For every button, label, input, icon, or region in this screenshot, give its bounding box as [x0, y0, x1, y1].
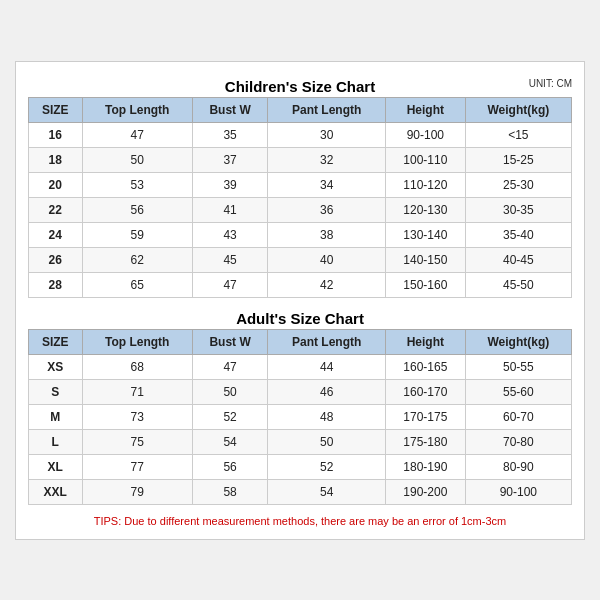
children-col-bust-w: Bust W	[192, 97, 268, 122]
table-row: 26624540140-15040-45	[29, 247, 572, 272]
table-row: XS684744160-16550-55	[29, 354, 572, 379]
table-row: 18503732100-11015-25	[29, 147, 572, 172]
adults-size-table: SIZE Top Length Bust W Pant Length Heigh…	[28, 329, 572, 505]
unit-label: UNIT: CM	[529, 78, 572, 89]
children-header-row: SIZE Top Length Bust W Pant Length Heigh…	[29, 97, 572, 122]
adults-col-pant-length: Pant Length	[268, 329, 386, 354]
adults-col-weight: Weight(kg)	[465, 329, 571, 354]
table-row: XL775652180-19080-90	[29, 454, 572, 479]
table-row: 28654742150-16045-50	[29, 272, 572, 297]
table-row: M735248170-17560-70	[29, 404, 572, 429]
table-row: XXL795854190-20090-100	[29, 479, 572, 504]
children-col-pant-length: Pant Length	[268, 97, 386, 122]
children-col-weight: Weight(kg)	[465, 97, 571, 122]
children-section-title: Children's Size Chart UNIT: CM	[28, 72, 572, 97]
adults-col-top-length: Top Length	[82, 329, 192, 354]
children-col-top-length: Top Length	[82, 97, 192, 122]
table-row: 24594338130-14035-40	[29, 222, 572, 247]
table-row: S715046160-17055-60	[29, 379, 572, 404]
adults-title-text: Adult's Size Chart	[236, 310, 364, 327]
children-title-text: Children's Size Chart	[225, 78, 375, 95]
children-col-height: Height	[386, 97, 466, 122]
table-row: 20533934110-12025-30	[29, 172, 572, 197]
table-row: 1647353090-100<15	[29, 122, 572, 147]
children-col-size: SIZE	[29, 97, 83, 122]
table-row: L755450175-18070-80	[29, 429, 572, 454]
adults-header-row: SIZE Top Length Bust W Pant Length Heigh…	[29, 329, 572, 354]
table-row: 22564136120-13030-35	[29, 197, 572, 222]
children-size-table: SIZE Top Length Bust W Pant Length Heigh…	[28, 97, 572, 298]
adults-section-title: Adult's Size Chart	[28, 304, 572, 329]
tips-text: TIPS: Due to different measurement metho…	[28, 509, 572, 527]
adults-col-bust-w: Bust W	[192, 329, 268, 354]
size-chart-container: Children's Size Chart UNIT: CM SIZE Top …	[15, 61, 585, 540]
adults-col-height: Height	[386, 329, 466, 354]
adults-col-size: SIZE	[29, 329, 83, 354]
